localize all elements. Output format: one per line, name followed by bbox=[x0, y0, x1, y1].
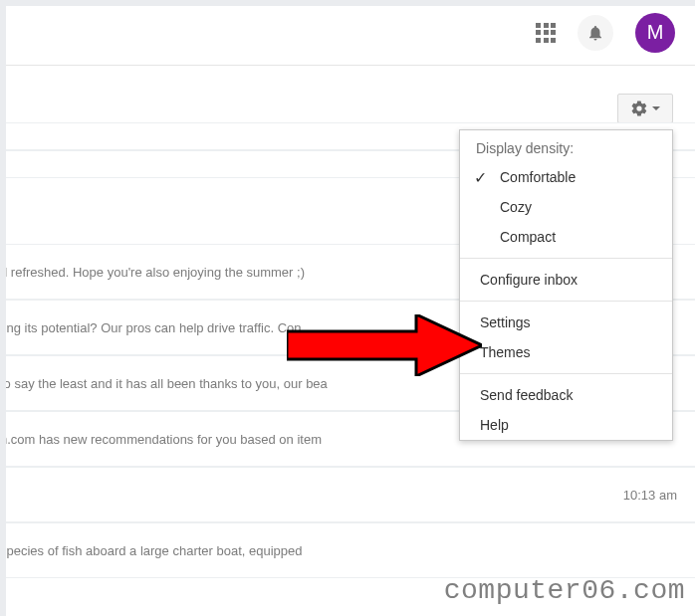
menu-header: Display density: bbox=[460, 130, 672, 162]
density-compact[interactable]: Compact bbox=[460, 222, 672, 252]
avatar-initial: M bbox=[647, 21, 664, 44]
menu-divider bbox=[460, 258, 672, 259]
help-item[interactable]: Help bbox=[460, 410, 672, 440]
menu-divider bbox=[460, 373, 672, 374]
account-avatar[interactable]: M bbox=[635, 13, 675, 53]
density-comfortable[interactable]: ✓ Comfortable bbox=[460, 162, 672, 192]
menu-item-label: Cozy bbox=[500, 199, 532, 215]
mail-snippet: species of fish aboard a large charter b… bbox=[0, 543, 303, 558]
menu-item-label: Settings bbox=[480, 314, 531, 330]
send-feedback[interactable]: Send feedback bbox=[460, 380, 672, 410]
apps-grid-icon[interactable] bbox=[536, 23, 556, 43]
configure-inbox[interactable]: Configure inbox bbox=[460, 265, 672, 295]
menu-item-label: Help bbox=[480, 417, 509, 433]
themes-item[interactable]: Themes bbox=[460, 337, 672, 367]
mail-snippet: d refreshed. Hope you're also enjoying t… bbox=[0, 265, 305, 280]
notifications-icon[interactable] bbox=[578, 15, 613, 51]
density-cozy[interactable]: Cozy bbox=[460, 192, 672, 222]
menu-item-label: Comfortable bbox=[500, 169, 576, 185]
menu-item-label: Compact bbox=[500, 229, 556, 245]
chevron-down-icon bbox=[652, 106, 660, 110]
mail-snippet: ting its potential? Our pros can help dr… bbox=[0, 320, 302, 335]
mail-snippet: to say the least and it has all been tha… bbox=[0, 376, 328, 391]
menu-item-label: Configure inbox bbox=[480, 272, 578, 288]
menu-divider bbox=[460, 301, 672, 302]
mail-row[interactable]: species of fish aboard a large charter b… bbox=[0, 522, 695, 578]
toolbar-row bbox=[0, 66, 695, 113]
menu-item-label: Themes bbox=[480, 344, 531, 360]
menu-item-label: Send feedback bbox=[480, 387, 573, 403]
mail-row[interactable]: 10:13 am bbox=[0, 467, 695, 522]
settings-item[interactable]: Settings bbox=[460, 308, 672, 337]
mail-time: 10:13 am bbox=[623, 488, 677, 503]
check-icon: ✓ bbox=[474, 168, 487, 187]
header-bar: M bbox=[0, 0, 695, 66]
settings-menu: Display density: ✓ Comfortable Cozy Comp… bbox=[459, 129, 673, 441]
mail-snippet: n.com has new recommendations for you ba… bbox=[0, 432, 322, 447]
